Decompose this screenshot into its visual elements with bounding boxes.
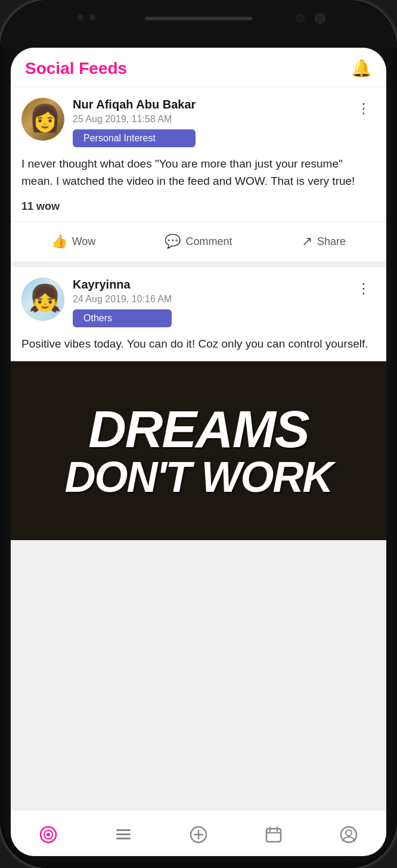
post-stats: 11 wow — [11, 198, 386, 221]
svg-point-2 — [46, 833, 50, 836]
post-image: DREAMS DON'T WORK — [11, 361, 386, 540]
nav-item-profile[interactable] — [333, 819, 364, 850]
bottom-nav — [11, 810, 386, 856]
post-body-2: Positive vibes today. You can do it! Coz… — [11, 327, 386, 361]
post-card-2: Kayryinna 24 Aug 2019, 10:16 AM Others ⋮… — [11, 267, 386, 540]
svg-rect-9 — [266, 829, 281, 842]
phone-top-bar — [0, 0, 397, 48]
list-icon — [114, 825, 133, 844]
svg-rect-3 — [116, 829, 131, 831]
svg-point-14 — [346, 830, 352, 836]
screen: Social Feeds 🔔 Nur Afiqah Abu Bakar 25 A… — [11, 48, 386, 856]
avatar — [21, 98, 64, 141]
wow-icon: 👍 — [51, 234, 67, 249]
wow-button[interactable]: 👍 Wow — [11, 229, 136, 254]
image-text-container: DREAMS DON'T WORK — [52, 391, 344, 510]
comment-icon: 💬 — [165, 234, 181, 249]
app-header: Social Feeds 🔔 — [11, 48, 386, 87]
post-header-2: Kayryinna 24 Aug 2019, 10:16 AM Others ⋮ — [11, 267, 386, 327]
add-icon — [189, 825, 208, 844]
dreams-text: DREAMS — [64, 403, 332, 455]
feed-content: Nur Afiqah Abu Bakar 25 Aug 2019, 11:58 … — [11, 87, 386, 810]
user-details: Nur Afiqah Abu Bakar 25 Aug 2019, 11:58 … — [73, 98, 196, 147]
user-name-2: Kayryinna — [73, 278, 172, 292]
comment-button[interactable]: 💬 Comment — [136, 229, 261, 254]
front-camera — [315, 13, 325, 24]
more-options-icon[interactable]: ⋮ — [352, 98, 376, 119]
svg-rect-5 — [116, 838, 131, 839]
post-time: 25 Aug 2019, 11:58 AM — [73, 114, 196, 125]
front-camera2 — [296, 14, 305, 23]
user-name: Nur Afiqah Abu Bakar — [73, 98, 196, 111]
nav-item-feed[interactable] — [33, 819, 64, 850]
nav-item-list[interactable] — [108, 819, 139, 850]
svg-rect-4 — [116, 833, 131, 835]
feed-icon — [39, 825, 58, 844]
app-title: Social Feeds — [25, 59, 127, 78]
share-icon: ↗ — [302, 234, 312, 249]
wow-label: Wow — [72, 235, 96, 248]
avatar-image-1 — [21, 98, 64, 141]
post-user-info: Nur Afiqah Abu Bakar 25 Aug 2019, 11:58 … — [21, 98, 196, 147]
avatar-2 — [21, 278, 64, 321]
post-card: Nur Afiqah Abu Bakar 25 Aug 2019, 11:58 … — [11, 87, 386, 261]
post-tag-2[interactable]: Others — [73, 309, 172, 327]
post-time-2: 24 Aug 2019, 10:16 AM — [73, 294, 172, 305]
nav-item-calendar[interactable] — [258, 819, 289, 850]
share-label: Share — [317, 235, 346, 248]
post-user-info-2: Kayryinna 24 Aug 2019, 10:16 AM Others — [21, 278, 172, 327]
profile-icon — [339, 825, 358, 844]
user-details-2: Kayryinna 24 Aug 2019, 10:16 AM Others — [73, 278, 172, 327]
calendar-icon — [264, 825, 283, 844]
post-actions: 👍 Wow 💬 Comment ↗ Share — [11, 221, 386, 261]
comment-label: Comment — [185, 235, 232, 248]
avatar-image-2 — [21, 278, 64, 321]
phone-frame: Social Feeds 🔔 Nur Afiqah Abu Bakar 25 A… — [0, 0, 397, 868]
speaker-dot — [77, 14, 83, 20]
speaker-dot2 — [89, 14, 95, 20]
dont-work-text: DON'T WORK — [64, 455, 332, 498]
nav-item-add[interactable] — [183, 819, 214, 850]
post-header: Nur Afiqah Abu Bakar 25 Aug 2019, 11:58 … — [11, 87, 386, 147]
post-body: I never thought what does "You are more … — [11, 147, 386, 198]
notification-bell-icon[interactable]: 🔔 — [351, 58, 372, 78]
share-button[interactable]: ↗ Share — [261, 229, 386, 254]
more-options-icon-2[interactable]: ⋮ — [352, 278, 376, 299]
post-tag[interactable]: Personal Interest — [73, 129, 196, 147]
